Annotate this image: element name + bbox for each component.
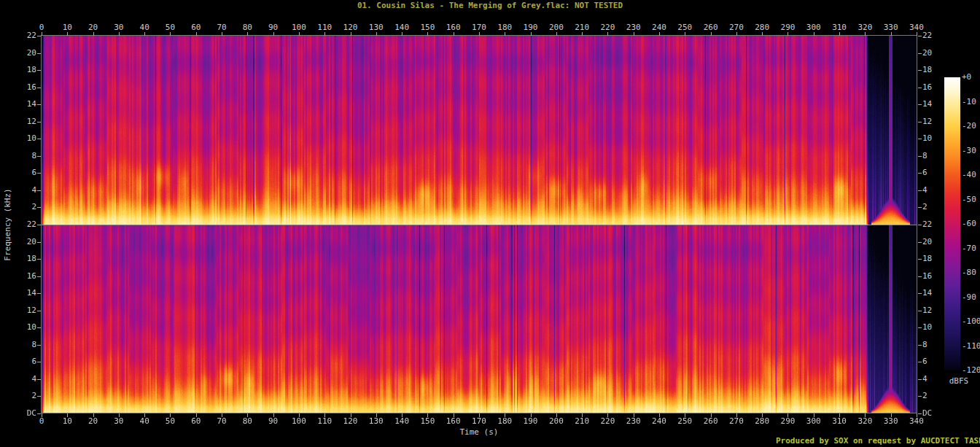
time-tick-label-bottom: 240 [648, 417, 670, 426]
time-tick-label-bottom: 340 [906, 417, 928, 426]
time-tick-label-top: 20 [82, 23, 104, 32]
time-tick-label-top: 10 [56, 23, 78, 32]
time-tick-top [582, 32, 583, 36]
time-tick-label-bottom: 310 [828, 417, 850, 426]
time-tick-bottom [299, 413, 300, 417]
time-tick-label-top: 80 [236, 23, 258, 32]
freq-tick-right [918, 122, 922, 123]
sox-spectrogram-window: 01. Cousin Silas - The Merging of Grey.f… [0, 0, 980, 447]
colorbar-gradient [944, 77, 960, 370]
time-tick-label-top: 100 [288, 23, 310, 32]
time-tick-bottom [736, 413, 737, 417]
time-tick-label-bottom: 80 [236, 417, 258, 426]
freq-tick-label-left: 14 [10, 100, 36, 109]
freq-tick-label-left: 8 [10, 341, 36, 349]
freq-tick-left [37, 36, 41, 36]
time-tick-label-top: 50 [159, 23, 181, 32]
time-tick-bottom [93, 413, 94, 417]
freq-tick-right [918, 139, 922, 139]
time-tick-label-bottom: 270 [726, 417, 747, 426]
time-tick-top [814, 32, 814, 36]
time-tick-label-bottom: 160 [443, 417, 464, 426]
time-tick-bottom [814, 413, 814, 417]
time-tick-top [144, 32, 145, 36]
freq-tick-left [37, 173, 41, 174]
time-tick-bottom [324, 413, 325, 417]
freq-tick-left [37, 122, 41, 123]
colorbar-tick-label: -80 [962, 268, 980, 277]
freq-tick-left [37, 379, 41, 380]
freq-tick-left [37, 190, 41, 191]
freq-tick-right [918, 379, 922, 380]
freq-tick-right [918, 225, 922, 225]
time-tick-bottom [891, 413, 892, 417]
time-tick-bottom [119, 413, 120, 417]
freq-tick-right [918, 362, 922, 362]
freq-tick-right [918, 207, 922, 208]
freq-tick-left [37, 311, 41, 311]
time-tick-label-top: 280 [751, 23, 773, 32]
time-tick-label-bottom: 210 [571, 417, 593, 426]
time-tick-bottom [865, 413, 866, 417]
freq-tick-label-left: 12 [10, 306, 36, 315]
freq-tick-right [918, 311, 922, 311]
time-tick-label-top: 240 [648, 23, 670, 32]
time-tick-label-top: 130 [365, 23, 387, 32]
time-tick-label-bottom: 260 [700, 417, 722, 426]
freq-tick-right [918, 413, 922, 414]
time-tick-label-bottom: 110 [314, 417, 335, 426]
time-tick-bottom [607, 413, 608, 417]
freq-tick-right [918, 345, 922, 346]
colorbar-unit-label: dBFS [943, 377, 975, 386]
time-tick-label-top: 200 [545, 23, 567, 32]
freq-tick-right [918, 156, 922, 157]
freq-tick-label-left: 22 [10, 31, 36, 40]
time-tick-label-bottom: 190 [520, 417, 542, 426]
time-tick-label-bottom: 60 [185, 417, 207, 426]
time-tick-top [505, 32, 505, 36]
time-tick-label-bottom: 0 [31, 417, 52, 426]
page-title: 01. Cousin Silas - The Merging of Grey.f… [0, 1, 980, 10]
time-tick-label-top: 260 [700, 23, 722, 32]
freq-tick-label-right: DC [922, 409, 949, 418]
time-tick-label-bottom: 290 [777, 417, 798, 426]
time-tick-bottom [479, 413, 480, 417]
time-tick-top [634, 32, 634, 36]
time-tick-top [324, 32, 325, 36]
freq-tick-right [918, 327, 922, 328]
freq-tick-left [37, 413, 41, 414]
freq-tick-label-left: 2 [10, 392, 36, 400]
time-tick-label-top: 70 [211, 23, 233, 32]
time-tick-label-top: 180 [494, 23, 516, 32]
time-tick-label-bottom: 90 [262, 417, 284, 426]
freq-tick-right [918, 104, 922, 105]
time-tick-bottom [351, 413, 351, 417]
freq-tick-left [37, 88, 41, 88]
time-tick-top [273, 32, 274, 36]
freq-tick-label-left: 10 [10, 323, 36, 332]
freq-tick-right [918, 242, 922, 243]
time-tick-top [788, 32, 788, 36]
time-tick-label-top: 210 [571, 23, 593, 32]
time-tick-top [170, 32, 171, 36]
freq-tick-left [37, 362, 41, 362]
freq-tick-left [37, 53, 41, 54]
time-tick-top [222, 32, 222, 36]
freq-tick-label-left: 4 [10, 186, 36, 195]
spectrogram-heatmap [42, 36, 917, 413]
time-tick-bottom [196, 413, 197, 417]
colorbar-tick-label: -120 [962, 366, 980, 375]
time-tick-top [762, 32, 763, 36]
time-tick-bottom [505, 413, 505, 417]
freq-tick-left [37, 259, 41, 260]
time-axis-title: Time (s) [406, 428, 552, 437]
time-tick-label-bottom: 200 [545, 417, 567, 426]
time-tick-top [659, 32, 660, 36]
time-tick-bottom [582, 413, 583, 417]
time-tick-bottom [917, 413, 917, 417]
time-tick-label-top: 330 [880, 23, 902, 32]
colorbar-tick-label: -110 [962, 342, 980, 351]
time-tick-label-bottom: 150 [416, 417, 438, 426]
time-tick-label-bottom: 120 [340, 417, 362, 426]
freq-tick-label-right: 2 [922, 392, 949, 400]
